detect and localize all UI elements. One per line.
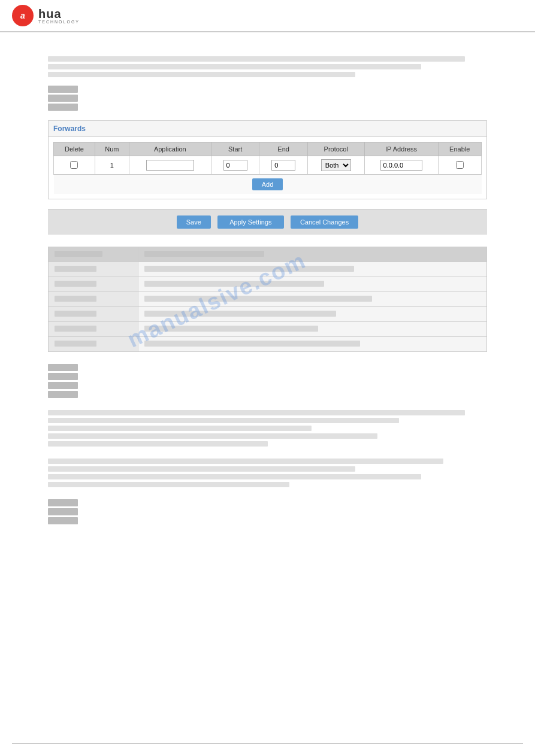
brand-sub: TECHNOLOGY [38, 20, 80, 24]
cell-start[interactable] [211, 156, 259, 175]
cell-enable[interactable] [438, 156, 482, 175]
col-ip-address: IP Address [364, 142, 438, 156]
ip-address-input[interactable] [380, 160, 422, 171]
protocol-select[interactable]: Both TCP UDP [321, 159, 351, 171]
info-cell-value-5 [144, 326, 318, 332]
info-row-2 [49, 277, 487, 292]
mid-link-1[interactable] [48, 364, 78, 371]
enable-checkbox[interactable] [456, 161, 464, 169]
cell-ip-address[interactable] [364, 156, 438, 175]
main-content: Forwards Delete Num Application Start En… [0, 32, 535, 545]
info-cell-label-6 [55, 341, 96, 347]
info-cell-value-3 [144, 296, 372, 302]
start-input[interactable] [223, 160, 247, 171]
cell-delete[interactable] [54, 156, 95, 175]
table-header-row: Delete Num Application Start End Protoco… [54, 142, 482, 156]
delete-checkbox[interactable] [70, 161, 78, 169]
bottom-link-2[interactable] [48, 508, 78, 515]
mid-link-3[interactable] [48, 382, 78, 389]
top-paragraph [48, 56, 487, 77]
forwards-section: Forwards Delete Num Application Start En… [48, 120, 487, 199]
top-link-1[interactable] [48, 86, 78, 93]
cell-end[interactable] [259, 156, 308, 175]
info-cell-value-1 [144, 266, 354, 272]
info-cell-label-3 [55, 296, 96, 302]
mid-links [48, 364, 487, 398]
action-bar: Save Apply Settings Cancel Changes [48, 209, 487, 235]
info-cell-value-2 [144, 281, 324, 287]
top-link-3[interactable] [48, 104, 78, 111]
end-input[interactable] [271, 160, 295, 171]
info-row-4 [49, 307, 487, 322]
cell-application[interactable] [129, 156, 211, 175]
col-application: Application [129, 142, 211, 156]
table-row: 1 Both TCP [54, 156, 482, 175]
info-row-1 [49, 262, 487, 277]
svg-text:a: a [20, 11, 25, 20]
mid-paragraph [48, 410, 487, 447]
col-end: End [259, 142, 308, 156]
bottom-link-3[interactable] [48, 517, 78, 524]
info-table-header-row [49, 247, 487, 262]
footer-rule [12, 743, 523, 744]
col-num: Num [95, 142, 129, 156]
col-start: Start [211, 142, 259, 156]
info-row-5 [49, 322, 487, 337]
info-row-3 [49, 292, 487, 307]
cell-num: 1 [95, 156, 129, 175]
info-table [48, 247, 487, 352]
info-cell-label-5 [55, 326, 96, 332]
mid-link-2[interactable] [48, 373, 78, 380]
mid-link-4[interactable] [48, 391, 78, 398]
table-header-col2 [144, 251, 264, 257]
logo: a hua TECHNOLOGY [12, 5, 80, 26]
page-header: a hua TECHNOLOGY [0, 0, 535, 32]
save-button[interactable]: Save [177, 215, 211, 229]
table-header-col1 [55, 251, 102, 257]
mid-paragraph-2 [48, 459, 487, 487]
forwards-table: Delete Num Application Start End Protoco… [53, 142, 482, 194]
bottom-link-1[interactable] [48, 499, 78, 506]
info-cell-label-2 [55, 281, 96, 287]
info-cell-label-1 [55, 266, 96, 272]
add-button[interactable]: Add [252, 178, 283, 190]
info-table-container [48, 247, 487, 352]
add-row: Add [54, 175, 482, 195]
top-link-2[interactable] [48, 95, 78, 102]
apply-settings-button[interactable]: Apply Settings [217, 215, 283, 229]
col-protocol: Protocol [307, 142, 364, 156]
brand-name: hua [38, 7, 62, 20]
info-cell-value-4 [144, 311, 336, 317]
application-input[interactable] [146, 160, 194, 171]
info-row-6 [49, 337, 487, 352]
bottom-links [48, 499, 487, 524]
col-enable: Enable [438, 142, 482, 156]
forwards-title: Forwards [49, 121, 486, 137]
top-links [48, 86, 487, 111]
info-cell-label-4 [55, 311, 96, 317]
cell-protocol[interactable]: Both TCP UDP [307, 156, 364, 175]
info-cell-value-6 [144, 341, 360, 347]
col-delete: Delete [54, 142, 95, 156]
logo-icon: a [12, 5, 34, 26]
cancel-changes-button[interactable]: Cancel Changes [291, 215, 358, 229]
